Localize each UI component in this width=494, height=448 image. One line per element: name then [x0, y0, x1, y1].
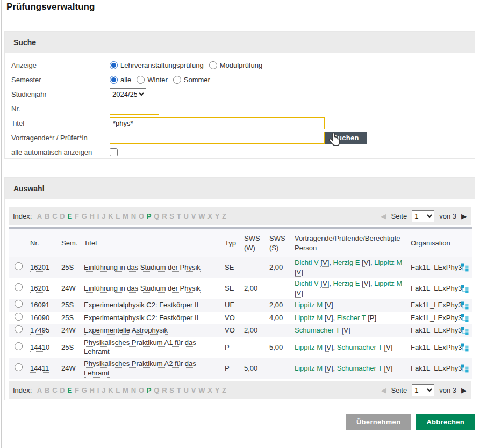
radio-input[interactable] [137, 76, 145, 84]
nr-input[interactable] [110, 103, 159, 115]
person-role-link[interactable]: [V] [320, 279, 329, 288]
person-link[interactable]: Lippitz M [374, 258, 402, 266]
person-link[interactable]: Fischer T [337, 314, 366, 322]
row-select-radio[interactable] [15, 325, 23, 333]
radio-option-sommer[interactable]: Sommer [173, 76, 210, 84]
semester-cell: 25S [59, 257, 82, 278]
org-chart-icon[interactable] [461, 314, 469, 322]
course-number-link[interactable]: 14411 [30, 364, 49, 373]
suchen-button[interactable]: Suchen [325, 132, 367, 144]
course-number-link[interactable]: 16091 [30, 301, 49, 309]
person-link[interactable]: Lippitz M [295, 301, 323, 309]
person-role-link[interactable]: [V] [295, 289, 303, 298]
person-role-link[interactable]: [V] [384, 343, 392, 352]
person-role-link[interactable]: [V] [342, 326, 350, 335]
index-letter: O [139, 212, 144, 220]
organisation-cell: Fak1L_LExPhy3 [409, 299, 457, 312]
sws-w-cell [242, 299, 267, 312]
person-link[interactable]: Herzig E [333, 258, 360, 266]
header-org: Organisation [409, 228, 457, 257]
radio-input[interactable] [209, 61, 217, 69]
course-title-link[interactable]: Physikalisches Praktikum A2 für das Lehr… [84, 359, 196, 378]
person-link[interactable]: Lippitz M [295, 364, 323, 372]
radio-option-alle[interactable]: alle [110, 76, 131, 84]
radio-input[interactable] [110, 76, 118, 84]
course-title-link[interactable]: Physikalisches Praktikum A1 für das Lehr… [84, 338, 196, 357]
row-select-radio[interactable] [15, 342, 23, 350]
course-number-link[interactable]: 16201 [30, 263, 49, 272]
header-typ: Typ [223, 228, 242, 257]
page-prev-icon[interactable]: ◀ [381, 213, 386, 220]
index-letter: T [177, 386, 181, 394]
org-chart-icon[interactable] [461, 327, 469, 335]
course-number-link[interactable]: 17495 [30, 326, 49, 335]
radio-option-lehrveranstaltungspr-fung[interactable]: Lehrveranstaltungsprüfung [110, 61, 204, 69]
person-role-link[interactable]: [V] [362, 279, 370, 288]
page-select[interactable]: 1 [412, 210, 434, 222]
titel-input[interactable] [110, 117, 325, 129]
row-select-radio[interactable] [15, 262, 23, 270]
studienjahr-select[interactable]: 2024/25 [110, 88, 146, 100]
radio-input[interactable] [173, 76, 181, 84]
persons-cell: Lippitz M [V] [292, 299, 409, 312]
page-select[interactable]: 1 [412, 384, 434, 396]
index-letter: X [207, 386, 212, 394]
organisation-cell: Fak1L_LExPhy3 [409, 358, 457, 379]
org-chart-icon[interactable] [461, 343, 469, 352]
course-number-link[interactable]: 16201 [30, 284, 49, 293]
index-letter: F [75, 212, 79, 220]
person-role-link[interactable]: [V] [295, 268, 303, 277]
index-letter[interactable]: E [68, 386, 73, 394]
index-letter[interactable]: E [68, 212, 73, 220]
person-link[interactable]: Lippitz M [295, 343, 323, 351]
vortragende-input[interactable] [110, 132, 325, 144]
person-role-link[interactable]: [V] [325, 314, 333, 322]
course-number-link[interactable]: 16090 [30, 314, 49, 322]
index-letter: O [139, 386, 144, 394]
row-select-radio[interactable] [15, 283, 23, 291]
person-link[interactable]: Dichtl V [295, 258, 319, 266]
person-role-link[interactable]: [V] [362, 258, 370, 267]
person-link[interactable]: Schumacher T [337, 343, 382, 351]
row-select-radio[interactable] [15, 313, 23, 321]
person-link[interactable]: Lippitz M [295, 314, 323, 322]
person-role-link[interactable]: [V] [320, 258, 329, 267]
org-chart-icon[interactable] [461, 263, 469, 272]
auto-anzeigen-checkbox[interactable] [110, 148, 118, 156]
abbrechen-button[interactable]: Abbrechen [416, 414, 475, 430]
course-title-link[interactable]: Experimentalphysik C2: Festkörper II [84, 301, 198, 309]
person-link[interactable]: Schumacher T [337, 364, 382, 372]
person-link[interactable]: Dichtl V [295, 279, 319, 287]
radio-input[interactable] [110, 61, 118, 69]
index-letter[interactable]: P [147, 386, 152, 394]
person-role-link[interactable]: [P] [368, 314, 376, 322]
course-title-link[interactable]: Experimentalphysik C2: Festkörper II [84, 314, 198, 322]
page-next-icon[interactable]: ▶ [461, 213, 467, 220]
table-row: 1609125SExperimentalphysik C2: Festkörpe… [9, 299, 472, 312]
person-link[interactable]: Schumacher T [295, 326, 340, 334]
radio-option-modulpr-fung[interactable]: Modulprüfung [209, 61, 263, 69]
org-chart-icon[interactable] [461, 301, 469, 310]
course-title-link[interactable]: Experimentelle Astrophysik [84, 326, 168, 335]
person-role-link[interactable]: [V] [325, 301, 333, 309]
org-chart-icon[interactable] [461, 285, 469, 293]
uebernehmen-button[interactable]: Übernehmen [346, 414, 411, 430]
org-chart-icon[interactable] [461, 364, 469, 373]
header-sem: Sem. [59, 228, 82, 257]
row-select-radio[interactable] [15, 363, 23, 371]
row-select-radio[interactable] [15, 300, 23, 308]
radio-option-winter[interactable]: Winter [137, 76, 168, 84]
course-title-link[interactable]: Einführung in das Studium der Physik [84, 263, 201, 272]
course-number-link[interactable]: 14410 [30, 343, 49, 352]
organisation-cell: Fak1L_LExPhy3 [409, 257, 457, 278]
index-letter: V [191, 212, 196, 220]
index-letter[interactable]: P [147, 212, 152, 220]
person-role-link[interactable]: [V] [384, 364, 392, 373]
page-next-icon[interactable]: ▶ [461, 387, 467, 394]
page-prev-icon[interactable]: ◀ [381, 387, 386, 394]
person-role-link[interactable]: [V] [325, 364, 333, 373]
person-link[interactable]: Herzig E [333, 279, 360, 287]
course-title-link[interactable]: Einführung in das Studium der Physik [84, 284, 201, 293]
person-role-link[interactable]: [V] [325, 343, 333, 352]
person-link[interactable]: Lippitz M [374, 279, 402, 287]
